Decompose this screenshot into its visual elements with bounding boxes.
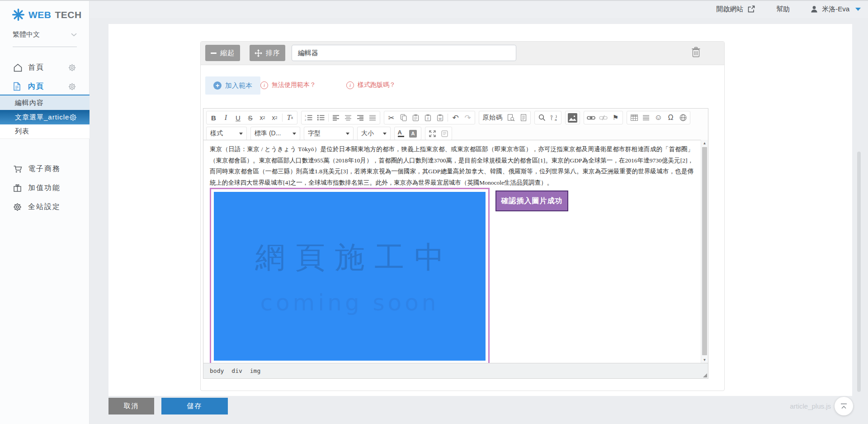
gear-icon[interactable] [68,83,76,91]
italic-button[interactable]: I [220,112,232,124]
scroll-up-arrow[interactable]: ▲ [701,140,708,147]
sidebar-item-home[interactable]: 首頁 [0,60,90,75]
align-left-button[interactable] [330,112,342,124]
paste-as-text-button[interactable]: T [422,112,434,124]
styles-combo[interactable]: 樣式 [206,127,247,140]
page-scrollbar-thumb[interactable] [857,152,861,392]
hint-cannot-use-template[interactable]: i 無法使用範本？ [260,81,316,89]
iframe-globe-button[interactable] [677,112,689,124]
gear-icon[interactable] [68,64,76,71]
sidebar-item-label: 編輯內容 [15,99,44,107]
scrollbar-thumb[interactable] [702,147,707,355]
resize-handle[interactable] [703,373,707,377]
unlink-button[interactable] [597,112,609,124]
editor-scrollbar[interactable]: ▲ ▼ [701,140,708,363]
sidebar-item-article-menu[interactable]: 文章選單_article [0,110,90,124]
background-color-button[interactable]: A [408,128,420,139]
chevron-down-icon [855,8,861,11]
show-blocks-button[interactable] [439,128,451,139]
copy-button[interactable] [397,112,410,124]
superscript-button[interactable]: x2 [269,112,281,124]
image-icon [568,113,577,123]
chevron-down-icon [346,133,349,135]
brand-logo: WEB TECH [12,8,82,21]
user-menu[interactable]: 米洛-Eva [811,5,861,14]
brand-name-secondary: TECH [55,10,82,20]
underline-button[interactable]: U [232,112,244,124]
sidebar-item-label: 首頁 [28,63,44,72]
scroll-down-arrow[interactable]: ▼ [701,357,708,363]
chevron-down-icon [383,133,387,135]
sidebar-item-addons[interactable]: 加值功能 [0,180,90,195]
open-site-link[interactable]: 開啟網站 [716,5,755,14]
replace-button[interactable]: ba [548,112,560,124]
format-combo-label: 標準 (D... [255,129,281,138]
image-button[interactable] [566,112,579,124]
bold-button[interactable]: B [208,112,220,124]
hint-label: 無法使用範本？ [272,81,316,89]
sort-button[interactable]: 排序 [250,45,285,61]
cancel-button[interactable]: 取消 [108,398,154,414]
smiley-button[interactable]: ☺ [652,112,665,124]
rich-text-editor: B I U S x2 x2 Tx 12 [203,108,708,379]
paste-from-word-button[interactable]: W [434,112,446,124]
toolbar-separator [328,114,329,122]
anchor-button[interactable]: ⚑ [609,112,622,124]
format-combo[interactable]: 標準 (D... [250,127,300,140]
selected-image[interactable]: 網頁施工中 coming soon [210,188,490,363]
svg-text:T: T [427,117,429,121]
table-button[interactable] [628,112,640,124]
font-combo[interactable]: 字型 [304,127,354,140]
cut-button[interactable]: ✂ [385,112,397,124]
path-item-div[interactable]: div [231,367,242,374]
sidebar-item-inner-pages[interactable]: 內頁 [0,79,90,94]
templates-button[interactable] [517,112,529,124]
sidebar-item-list[interactable]: 列表 [0,124,90,139]
sidebar-item-site-settings[interactable]: 全站設定 [0,199,90,214]
sidebar-item-edit-content[interactable]: 編輯內容 [0,95,90,110]
sidebar: WEB TECH 繁體中文 首頁 內頁 編輯內容 文章選單_article [0,0,90,424]
bulleted-list-button[interactable] [315,112,327,124]
info-icon: i [260,81,268,89]
scroll-to-top-button[interactable] [835,397,853,415]
collapse-button[interactable]: 縮起 [205,45,240,61]
find-button[interactable] [536,112,548,124]
align-right-button[interactable] [354,112,367,124]
article-paragraph[interactable]: 東京（日語：東京 / とうきょう Tōkyō）是位於日本關東地方的都市，狹義上指… [210,144,693,188]
maximize-button[interactable] [426,128,439,139]
strikethrough-button[interactable]: S [244,112,256,124]
settings-gear-icon [13,203,22,211]
sidebar-item-ecommerce[interactable]: 電子商務 [0,161,90,176]
language-select[interactable]: 繁體中文 [13,34,77,47]
paste-button[interactable] [410,112,422,124]
undo-button[interactable]: ↶ [449,112,462,124]
window-top-edge [0,0,868,1]
gear-icon[interactable] [69,114,77,121]
save-button[interactable]: 儲存 [161,398,228,414]
editor-content-area[interactable]: 東京（日語：東京 / とうきょう Tōkyō）是位於日本關東地方的都市，狹義上指… [203,140,708,363]
page-icon [13,82,21,91]
path-item-img[interactable]: img [250,367,260,374]
link-button[interactable] [585,112,597,124]
confirm-image-inserted-button[interactable]: 確認插入圖片成功 [495,191,568,211]
remove-format-button[interactable]: Tx [284,112,296,124]
size-combo[interactable]: 大小 [357,127,391,140]
add-template-button[interactable]: + 加入範本 [205,76,260,95]
path-item-body[interactable]: body [210,367,224,374]
horizontal-rule-button[interactable] [640,112,652,124]
preview-button[interactable] [505,112,517,124]
help-link[interactable]: 幫助 [776,5,790,14]
text-color-button[interactable]: A [396,128,408,139]
block-title-input[interactable] [292,45,516,61]
svg-text:W: W [439,117,442,120]
special-character-button[interactable]: Ω [665,112,677,124]
source-button[interactable]: 原始碼 [480,112,505,124]
align-justify-button[interactable] [367,112,379,124]
toolbar-group-find: ba [534,111,561,124]
numbered-list-button[interactable]: 12 [302,112,315,124]
trash-icon[interactable] [691,47,701,60]
subscript-button[interactable]: x2 [256,112,269,124]
hint-style-broken[interactable]: i 樣式跑版嗎？ [346,81,396,89]
align-center-button[interactable] [342,112,354,124]
redo-button[interactable]: ↷ [462,112,474,124]
